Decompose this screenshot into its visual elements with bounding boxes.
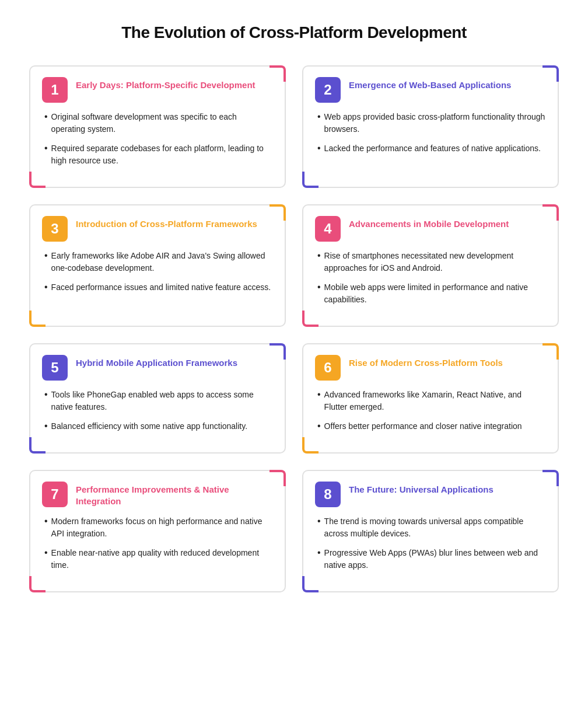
card-2-body: •Web apps provided basic cross-platform …: [315, 111, 546, 155]
bullet-dot-icon: •: [44, 282, 48, 292]
bullet-dot-icon: •: [317, 282, 321, 292]
card-8-bullet-2-text: Progressive Web Apps (PWAs) blur lines b…: [324, 547, 546, 571]
card-6-number-badge: 6: [315, 355, 341, 381]
bullet-dot-icon: •: [317, 548, 321, 557]
card-3-header: 3Introduction of Cross-Platform Framewor…: [42, 216, 273, 242]
card-3-bullet-1-text: Early frameworks like Adobe AIR and Java…: [51, 250, 273, 274]
card-3-body: •Early frameworks like Adobe AIR and Jav…: [42, 250, 273, 294]
card-8-number-badge: 8: [315, 482, 341, 507]
card-3-bullet-2-text: Faced performance issues and limited nat…: [51, 281, 271, 294]
card-2: 2Emergence of Web-Based Applications•Web…: [302, 65, 559, 188]
card-4-bullet-1-text: Rise of smartphones necessitated new dev…: [324, 250, 546, 274]
bullet-dot-icon: •: [44, 144, 48, 153]
bullet-dot-icon: •: [44, 421, 48, 431]
card-6-bullet-2-text: Offers better performance and closer nat…: [324, 420, 522, 432]
card-8: 8The Future: Universal Applications•The …: [302, 470, 559, 592]
card-7-header: 7Performance Improvements & Native Integ…: [42, 482, 273, 507]
card-5-bullet-1: •Tools like PhoneGap enabled web apps to…: [44, 389, 273, 413]
card-1-number-badge: 1: [42, 77, 68, 103]
card-1-bullet-1: •Original software development was speci…: [44, 111, 273, 135]
card-8-corner-bl: [302, 576, 318, 592]
page-title: The Evolution of Cross-Platform Developm…: [29, 23, 559, 42]
card-8-body: •The trend is moving towards universal a…: [315, 515, 546, 571]
card-6-corner-tr: [542, 343, 559, 360]
card-7-bullet-1-text: Modern frameworks focus on high performa…: [51, 515, 273, 540]
card-7-bullet-2-text: Enable near-native app quality with redu…: [51, 547, 273, 571]
bullet-dot-icon: •: [44, 548, 48, 557]
card-4-header: 4Advancements in Mobile Development: [315, 216, 546, 242]
bullet-dot-icon: •: [44, 112, 48, 121]
card-2-corner-bl: [302, 172, 318, 188]
bullet-dot-icon: •: [317, 421, 321, 431]
card-1-corner-bl: [29, 172, 46, 188]
card-1: 1Early Days: Platform-Specific Developme…: [29, 65, 286, 188]
card-3-corner-bl: [29, 311, 46, 327]
card-1-bullet-1-text: Original software development was specif…: [51, 111, 273, 135]
card-8-bullet-2: •Progressive Web Apps (PWAs) blur lines …: [317, 547, 546, 571]
card-4-body: •Rise of smartphones necessitated new de…: [315, 250, 546, 306]
bullet-dot-icon: •: [317, 112, 321, 121]
cards-grid: 1Early Days: Platform-Specific Developme…: [29, 65, 559, 592]
card-7: 7Performance Improvements & Native Integ…: [29, 470, 286, 592]
card-2-corner-tr: [542, 65, 559, 82]
card-8-bullet-1: •The trend is moving towards universal a…: [317, 515, 546, 540]
card-5-body: •Tools like PhoneGap enabled web apps to…: [42, 389, 273, 432]
card-2-bullet-2: •Lacked the performance and features of …: [317, 142, 546, 155]
card-4-corner-bl: [302, 311, 318, 327]
card-4-number-badge: 4: [315, 216, 341, 242]
card-2-title: Emergence of Web-Based Applications: [349, 77, 511, 91]
card-7-body: •Modern frameworks focus on high perform…: [42, 515, 273, 571]
card-1-bullet-2-text: Required separate codebases for each pla…: [51, 142, 273, 167]
card-6-header: 6Rise of Modern Cross-Platform Tools: [315, 355, 546, 381]
card-6-body: •Advanced frameworks like Xamarin, React…: [315, 389, 546, 432]
card-5-number-badge: 5: [42, 355, 68, 381]
card-5-title: Hybrid Mobile Application Frameworks: [76, 355, 237, 369]
card-2-header: 2Emergence of Web-Based Applications: [315, 77, 546, 103]
card-1-title: Early Days: Platform-Specific Developmen…: [76, 77, 256, 91]
bullet-dot-icon: •: [317, 251, 321, 260]
card-6-bullet-1-text: Advanced frameworks like Xamarin, React …: [324, 389, 546, 413]
card-2-bullet-2-text: Lacked the performance and features of n…: [324, 142, 541, 155]
card-6-title: Rise of Modern Cross-Platform Tools: [349, 355, 503, 369]
card-7-corner-bl: [29, 576, 46, 592]
card-4-bullet-1: •Rise of smartphones necessitated new de…: [317, 250, 546, 274]
card-6-bullet-2: •Offers better performance and closer na…: [317, 420, 546, 432]
bullet-dot-icon: •: [317, 517, 321, 526]
card-4-bullet-2-text: Mobile web apps were limited in performa…: [324, 281, 546, 306]
card-3-bullet-2: •Faced performance issues and limited na…: [44, 281, 273, 294]
card-7-bullet-1: •Modern frameworks focus on high perform…: [44, 515, 273, 540]
card-7-title: Performance Improvements & Native Integr…: [76, 482, 273, 507]
card-7-number-badge: 7: [42, 482, 68, 507]
card-2-bullet-1: •Web apps provided basic cross-platform …: [317, 111, 546, 135]
card-2-bullet-1-text: Web apps provided basic cross-platform f…: [324, 111, 546, 135]
card-5-bullet-1-text: Tools like PhoneGap enabled web apps to …: [51, 389, 273, 413]
card-6-bullet-1: •Advanced frameworks like Xamarin, React…: [317, 389, 546, 413]
card-5-corner-tr: [270, 343, 286, 360]
card-5-bullet-2: •Balanced efficiency with some native ap…: [44, 420, 273, 432]
card-4-corner-tr: [542, 204, 559, 221]
card-4-bullet-2: •Mobile web apps were limited in perform…: [317, 281, 546, 306]
card-1-header: 1Early Days: Platform-Specific Developme…: [42, 77, 273, 103]
card-2-number-badge: 2: [315, 77, 341, 103]
card-3-title: Introduction of Cross-Platform Framework…: [76, 216, 257, 230]
card-5: 5Hybrid Mobile Application Frameworks•To…: [29, 343, 286, 454]
card-8-corner-tr: [542, 470, 559, 486]
card-3-number-badge: 3: [42, 216, 68, 242]
card-4-title: Advancements in Mobile Development: [349, 216, 509, 230]
card-5-bullet-2-text: Balanced efficiency with some native app…: [51, 420, 247, 432]
card-1-corner-tr: [270, 65, 286, 82]
card-5-corner-bl: [29, 437, 46, 454]
card-6-corner-bl: [302, 437, 318, 454]
card-8-header: 8The Future: Universal Applications: [315, 482, 546, 507]
card-3-corner-tr: [270, 204, 286, 221]
card-1-bullet-2: •Required separate codebases for each pl…: [44, 142, 273, 167]
bullet-dot-icon: •: [317, 390, 321, 399]
card-8-title: The Future: Universal Applications: [349, 482, 494, 496]
card-7-corner-tr: [270, 470, 286, 486]
bullet-dot-icon: •: [44, 251, 48, 260]
bullet-dot-icon: •: [44, 390, 48, 399]
card-8-bullet-1-text: The trend is moving towards universal ap…: [324, 515, 546, 540]
card-3: 3Introduction of Cross-Platform Framewor…: [29, 204, 286, 327]
card-4: 4Advancements in Mobile Development•Rise…: [302, 204, 559, 327]
card-5-header: 5Hybrid Mobile Application Frameworks: [42, 355, 273, 381]
